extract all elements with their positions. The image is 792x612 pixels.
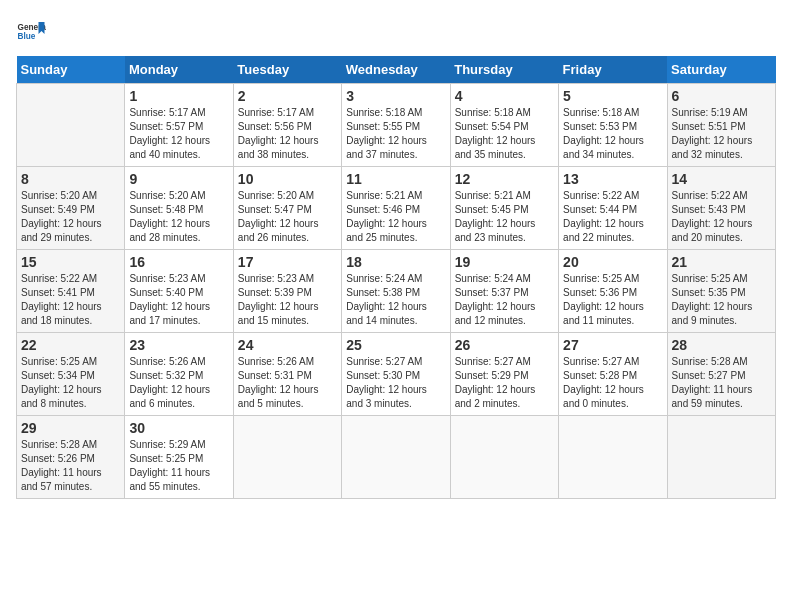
day-info: Sunrise: 5:20 AMSunset: 5:47 PMDaylight:… (238, 189, 337, 245)
calendar-cell: 1Sunrise: 5:17 AMSunset: 5:57 PMDaylight… (125, 84, 233, 167)
day-info: Sunrise: 5:29 AMSunset: 5:25 PMDaylight:… (129, 438, 228, 494)
day-info: Sunrise: 5:18 AMSunset: 5:53 PMDaylight:… (563, 106, 662, 162)
day-number: 12 (455, 171, 554, 187)
day-number: 11 (346, 171, 445, 187)
calendar-cell: 10Sunrise: 5:20 AMSunset: 5:47 PMDayligh… (233, 167, 341, 250)
calendar-cell: 15Sunrise: 5:22 AMSunset: 5:41 PMDayligh… (17, 250, 125, 333)
day-info: Sunrise: 5:24 AMSunset: 5:38 PMDaylight:… (346, 272, 445, 328)
day-number: 22 (21, 337, 120, 353)
day-info: Sunrise: 5:18 AMSunset: 5:54 PMDaylight:… (455, 106, 554, 162)
calendar-cell (342, 416, 450, 499)
calendar-cell: 3Sunrise: 5:18 AMSunset: 5:55 PMDaylight… (342, 84, 450, 167)
day-info: Sunrise: 5:25 AMSunset: 5:35 PMDaylight:… (672, 272, 771, 328)
day-info: Sunrise: 5:24 AMSunset: 5:37 PMDaylight:… (455, 272, 554, 328)
col-header-tuesday: Tuesday (233, 56, 341, 84)
calendar-cell: 18Sunrise: 5:24 AMSunset: 5:38 PMDayligh… (342, 250, 450, 333)
logo-icon: General Blue (16, 16, 46, 46)
day-info: Sunrise: 5:19 AMSunset: 5:51 PMDaylight:… (672, 106, 771, 162)
day-number: 14 (672, 171, 771, 187)
day-info: Sunrise: 5:20 AMSunset: 5:48 PMDaylight:… (129, 189, 228, 245)
day-info: Sunrise: 5:25 AMSunset: 5:36 PMDaylight:… (563, 272, 662, 328)
day-info: Sunrise: 5:26 AMSunset: 5:32 PMDaylight:… (129, 355, 228, 411)
svg-text:Blue: Blue (18, 32, 36, 41)
col-header-friday: Friday (559, 56, 667, 84)
calendar-cell (17, 84, 125, 167)
day-number: 20 (563, 254, 662, 270)
day-info: Sunrise: 5:27 AMSunset: 5:28 PMDaylight:… (563, 355, 662, 411)
calendar-cell: 20Sunrise: 5:25 AMSunset: 5:36 PMDayligh… (559, 250, 667, 333)
col-header-sunday: Sunday (17, 56, 125, 84)
calendar-cell: 11Sunrise: 5:21 AMSunset: 5:46 PMDayligh… (342, 167, 450, 250)
calendar-cell: 8Sunrise: 5:20 AMSunset: 5:49 PMDaylight… (17, 167, 125, 250)
calendar-cell: 13Sunrise: 5:22 AMSunset: 5:44 PMDayligh… (559, 167, 667, 250)
day-number: 4 (455, 88, 554, 104)
logo: General Blue (16, 16, 46, 46)
day-number: 8 (21, 171, 120, 187)
day-number: 23 (129, 337, 228, 353)
calendar-cell: 4Sunrise: 5:18 AMSunset: 5:54 PMDaylight… (450, 84, 558, 167)
calendar-cell: 9Sunrise: 5:20 AMSunset: 5:48 PMDaylight… (125, 167, 233, 250)
calendar-cell: 24Sunrise: 5:26 AMSunset: 5:31 PMDayligh… (233, 333, 341, 416)
calendar-cell: 23Sunrise: 5:26 AMSunset: 5:32 PMDayligh… (125, 333, 233, 416)
day-number: 25 (346, 337, 445, 353)
day-number: 15 (21, 254, 120, 270)
day-number: 28 (672, 337, 771, 353)
day-info: Sunrise: 5:22 AMSunset: 5:44 PMDaylight:… (563, 189, 662, 245)
day-number: 24 (238, 337, 337, 353)
calendar-cell: 29Sunrise: 5:28 AMSunset: 5:26 PMDayligh… (17, 416, 125, 499)
day-info: Sunrise: 5:27 AMSunset: 5:30 PMDaylight:… (346, 355, 445, 411)
calendar-cell: 21Sunrise: 5:25 AMSunset: 5:35 PMDayligh… (667, 250, 775, 333)
col-header-saturday: Saturday (667, 56, 775, 84)
calendar-cell (450, 416, 558, 499)
calendar-cell (667, 416, 775, 499)
calendar-week-3: 22Sunrise: 5:25 AMSunset: 5:34 PMDayligh… (17, 333, 776, 416)
calendar-week-0: 1Sunrise: 5:17 AMSunset: 5:57 PMDaylight… (17, 84, 776, 167)
calendar-cell: 2Sunrise: 5:17 AMSunset: 5:56 PMDaylight… (233, 84, 341, 167)
day-number: 16 (129, 254, 228, 270)
day-number: 2 (238, 88, 337, 104)
day-info: Sunrise: 5:22 AMSunset: 5:43 PMDaylight:… (672, 189, 771, 245)
calendar-cell: 12Sunrise: 5:21 AMSunset: 5:45 PMDayligh… (450, 167, 558, 250)
day-number: 17 (238, 254, 337, 270)
day-info: Sunrise: 5:20 AMSunset: 5:49 PMDaylight:… (21, 189, 120, 245)
col-header-thursday: Thursday (450, 56, 558, 84)
page-header: General Blue (16, 16, 776, 46)
calendar-table: SundayMondayTuesdayWednesdayThursdayFrid… (16, 56, 776, 499)
calendar-cell (233, 416, 341, 499)
day-info: Sunrise: 5:28 AMSunset: 5:26 PMDaylight:… (21, 438, 120, 494)
day-info: Sunrise: 5:17 AMSunset: 5:57 PMDaylight:… (129, 106, 228, 162)
day-info: Sunrise: 5:28 AMSunset: 5:27 PMDaylight:… (672, 355, 771, 411)
calendar-cell: 6Sunrise: 5:19 AMSunset: 5:51 PMDaylight… (667, 84, 775, 167)
calendar-cell: 14Sunrise: 5:22 AMSunset: 5:43 PMDayligh… (667, 167, 775, 250)
day-info: Sunrise: 5:27 AMSunset: 5:29 PMDaylight:… (455, 355, 554, 411)
calendar-cell: 17Sunrise: 5:23 AMSunset: 5:39 PMDayligh… (233, 250, 341, 333)
day-number: 18 (346, 254, 445, 270)
calendar-cell: 27Sunrise: 5:27 AMSunset: 5:28 PMDayligh… (559, 333, 667, 416)
day-info: Sunrise: 5:23 AMSunset: 5:39 PMDaylight:… (238, 272, 337, 328)
day-number: 27 (563, 337, 662, 353)
day-info: Sunrise: 5:21 AMSunset: 5:46 PMDaylight:… (346, 189, 445, 245)
calendar-cell: 19Sunrise: 5:24 AMSunset: 5:37 PMDayligh… (450, 250, 558, 333)
day-number: 9 (129, 171, 228, 187)
day-number: 30 (129, 420, 228, 436)
day-number: 26 (455, 337, 554, 353)
day-number: 13 (563, 171, 662, 187)
calendar-cell: 16Sunrise: 5:23 AMSunset: 5:40 PMDayligh… (125, 250, 233, 333)
calendar-cell: 22Sunrise: 5:25 AMSunset: 5:34 PMDayligh… (17, 333, 125, 416)
calendar-cell: 5Sunrise: 5:18 AMSunset: 5:53 PMDaylight… (559, 84, 667, 167)
calendar-cell (559, 416, 667, 499)
day-number: 19 (455, 254, 554, 270)
calendar-cell: 25Sunrise: 5:27 AMSunset: 5:30 PMDayligh… (342, 333, 450, 416)
calendar-week-1: 8Sunrise: 5:20 AMSunset: 5:49 PMDaylight… (17, 167, 776, 250)
day-number: 5 (563, 88, 662, 104)
calendar-cell: 26Sunrise: 5:27 AMSunset: 5:29 PMDayligh… (450, 333, 558, 416)
calendar-cell: 28Sunrise: 5:28 AMSunset: 5:27 PMDayligh… (667, 333, 775, 416)
day-info: Sunrise: 5:23 AMSunset: 5:40 PMDaylight:… (129, 272, 228, 328)
header-row: SundayMondayTuesdayWednesdayThursdayFrid… (17, 56, 776, 84)
day-info: Sunrise: 5:25 AMSunset: 5:34 PMDaylight:… (21, 355, 120, 411)
day-number: 29 (21, 420, 120, 436)
day-info: Sunrise: 5:18 AMSunset: 5:55 PMDaylight:… (346, 106, 445, 162)
day-number: 21 (672, 254, 771, 270)
calendar-cell: 30Sunrise: 5:29 AMSunset: 5:25 PMDayligh… (125, 416, 233, 499)
col-header-wednesday: Wednesday (342, 56, 450, 84)
